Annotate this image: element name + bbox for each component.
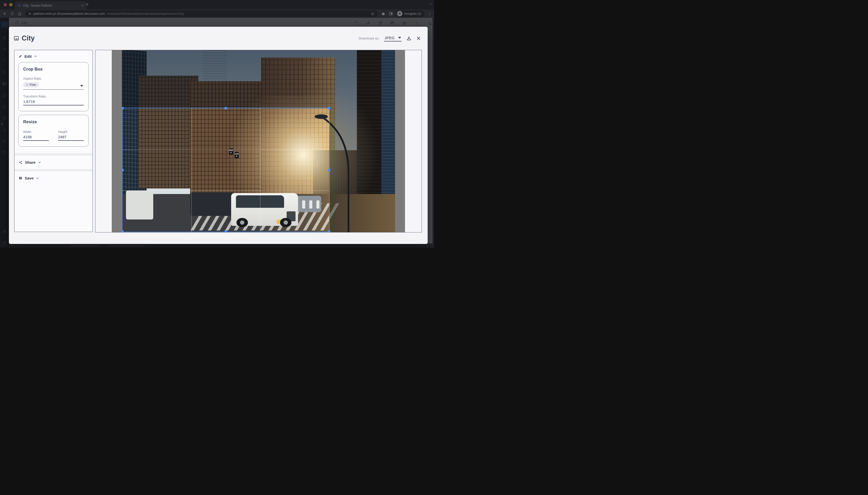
width-input[interactable] [23, 134, 49, 141]
crop-box-heading: Crop Box [23, 67, 84, 72]
crop-handle-top-middle[interactable] [225, 107, 227, 109]
download-button[interactable] [406, 36, 412, 41]
browser-toolbar: platform-nmm-pr-29-preview.platform.dev.… [0, 10, 434, 18]
crop-handle-top-left[interactable] [122, 107, 124, 109]
save-section-label: Save [25, 176, 34, 180]
aspect-ratio-value: Free [30, 83, 36, 87]
cropper-canvas: PARK PARK [112, 50, 405, 232]
download-as-label: Download as: [359, 36, 380, 40]
browser-window: City - Nuxeo Platform ✕ platform-nmm-pr-… [0, 0, 434, 248]
crop-handle-middle-right[interactable] [328, 169, 330, 171]
crop-selection[interactable] [122, 108, 330, 232]
save-floppy-icon [19, 176, 22, 180]
crop-handle-bottom-middle[interactable] [225, 231, 227, 232]
transform-ratio-label: Transform Ratio [23, 95, 84, 98]
save-section: Save [15, 171, 92, 232]
pencil-icon [18, 54, 22, 58]
share-section: Share [15, 156, 92, 169]
edit-section: Edit Crop Box Aspect Ratio × Free [15, 50, 92, 153]
chevron-down-icon [38, 161, 41, 164]
crop-shade-right [330, 108, 395, 232]
edit-section-header[interactable]: Edit [18, 54, 89, 58]
image-edit-dialog: City Download as: JPEG [9, 27, 428, 244]
aspect-ratio-label: Aspect Ratio [23, 77, 84, 81]
crop-handle-bottom-left[interactable] [122, 231, 124, 232]
image-icon [14, 35, 19, 41]
aspect-ratio-select[interactable]: × Free [23, 81, 84, 90]
photo-city-street: PARK PARK [122, 50, 395, 232]
edit-panel: Edit Crop Box Aspect Ratio × Free [14, 50, 93, 232]
resize-heading: Resize [23, 119, 84, 124]
crop-guide-vertical [191, 108, 192, 232]
crop-handle-top-right[interactable] [328, 107, 330, 109]
crop-handle-bottom-right[interactable] [328, 231, 330, 232]
dialog-header: City Download as: JPEG [9, 27, 428, 50]
nuxeo-page: City City Download as: [0, 18, 434, 248]
height-input[interactable] [58, 134, 84, 141]
transform-ratio-input[interactable] [23, 98, 84, 105]
crop-shade-top [122, 50, 395, 108]
share-section-header[interactable]: Share [19, 160, 88, 165]
edit-section-label: Edit [24, 54, 32, 58]
resize-card: Resize Width Height [18, 115, 89, 147]
crop-guide-horizontal [122, 190, 329, 191]
close-button[interactable] [416, 36, 421, 41]
dialog-title: City [22, 34, 35, 42]
share-section-label: Share [25, 160, 36, 165]
download-format-value: JPEG [385, 36, 395, 40]
chevron-down-icon [398, 37, 401, 39]
crop-box-card: Crop Box Aspect Ratio × Free Transform R… [18, 62, 89, 111]
share-icon [19, 160, 23, 165]
height-label: Height [58, 130, 84, 134]
width-label: Width [23, 130, 49, 134]
image-viewer: PARK PARK [95, 50, 422, 233]
aspect-ratio-chip[interactable]: × Free [23, 82, 39, 87]
crop-guide-vertical [260, 108, 260, 232]
chevron-down-icon [80, 85, 83, 87]
chevron-down-icon [36, 176, 39, 180]
download-format-select[interactable]: JPEG [384, 35, 402, 41]
crop-handle-middle-left[interactable] [122, 169, 124, 171]
save-section-header[interactable]: Save [19, 176, 88, 180]
chevron-up-icon [34, 55, 37, 58]
chip-remove-icon[interactable]: × [26, 83, 28, 86]
